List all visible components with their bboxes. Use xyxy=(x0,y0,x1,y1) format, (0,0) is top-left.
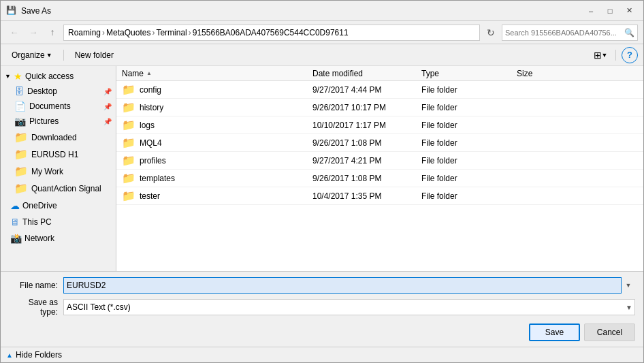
bottom-area: File name: ▼ Save as type: ASCII Text (*… xyxy=(1,271,643,347)
sidebar-item-downloaded[interactable]: 📁 Downloaded xyxy=(1,129,116,146)
saveastype-label: Save as type: xyxy=(9,298,63,317)
forward-button: → xyxy=(25,25,42,41)
sidebar-item-documents-label: Documents xyxy=(29,101,71,111)
organize-button[interactable]: Organize ▼ xyxy=(6,47,58,63)
pictures-icon: 📷 xyxy=(14,116,26,127)
new-folder-button[interactable]: New folder xyxy=(69,47,119,63)
pin-icon-pictures: 📌 xyxy=(103,118,112,125)
quick-access-collapse-icon: ▼ xyxy=(5,73,11,80)
downloaded-icon: 📁 xyxy=(14,131,28,144)
help-button[interactable]: ? xyxy=(622,47,638,63)
network-section: 📸 Network xyxy=(1,231,116,246)
file-size-cell xyxy=(511,159,566,162)
quick-access-label: Quick access xyxy=(25,72,74,81)
file-size-cell xyxy=(511,89,566,91)
file-size-cell xyxy=(511,142,566,144)
breadcrumb-folder: 915566BA06ADA407569C544CC0D97611 xyxy=(193,28,349,37)
saveastype-row: Save as type: ASCII Text (*.csv) CSV (*.… xyxy=(9,298,635,317)
column-header-size[interactable]: Size xyxy=(511,67,566,80)
title-bar: 💾 Save As – □ ✕ xyxy=(1,1,643,21)
saveastype-select[interactable]: ASCII Text (*.csv) CSV (*.csv) Text File… xyxy=(63,299,635,315)
file-size-cell xyxy=(511,177,566,180)
sidebar-item-pictures[interactable]: 📷 Pictures 📌 xyxy=(1,114,116,129)
quantaction-icon: 📁 xyxy=(14,182,28,195)
search-box[interactable]: 🔍 xyxy=(502,25,638,41)
thispc-header[interactable]: 🖥 This PC xyxy=(1,215,116,230)
quick-access-section: ▼ ★ Quick access 🗄 Desktop 📌 📄 Documents… xyxy=(1,69,116,197)
network-label: Network xyxy=(25,234,54,243)
new-folder-label: New folder xyxy=(75,50,114,60)
file-type-cell: File folder xyxy=(416,172,511,185)
sidebar-item-mywork[interactable]: 📁 My Work xyxy=(1,163,116,180)
file-type-cell: File folder xyxy=(416,101,511,114)
file-type-cell: File folder xyxy=(416,119,511,131)
file-name-cell: 📁 logs xyxy=(116,117,307,133)
file-date-cell: 10/10/2017 1:17 PM xyxy=(307,119,416,131)
filename-dropdown-arrow: ▼ xyxy=(622,282,635,289)
close-button[interactable]: ✕ xyxy=(620,4,638,18)
view-icon: ⊞ xyxy=(594,50,602,61)
thispc-label: This PC xyxy=(22,217,52,227)
table-row[interactable]: 📁 tester 10/4/2017 1:35 PM File folder xyxy=(116,187,643,205)
breadcrumb[interactable]: Roaming › MetaQuotes › Terminal › 915566… xyxy=(63,25,480,41)
onedrive-section: ☁ OneDrive xyxy=(1,198,116,213)
table-row[interactable]: 📁 MQL4 9/26/2017 1:08 PM File folder xyxy=(116,134,643,152)
network-header[interactable]: 📸 Network xyxy=(1,231,116,246)
hide-folders-row[interactable]: ▲ Hide Folders xyxy=(1,347,643,362)
file-name-cell: 📁 profiles xyxy=(116,153,307,168)
table-row[interactable]: 📁 config 9/27/2017 4:44 PM File folder xyxy=(116,81,643,99)
sidebar-item-desktop[interactable]: 🗄 Desktop 📌 xyxy=(1,84,116,99)
up-button[interactable]: ↑ xyxy=(44,25,61,41)
main-content: ▼ ★ Quick access 🗄 Desktop 📌 📄 Documents… xyxy=(1,66,643,271)
file-date-cell: 9/26/2017 10:17 PM xyxy=(307,101,416,114)
cancel-button[interactable]: Cancel xyxy=(584,323,635,341)
sidebar-item-documents[interactable]: 📄 Documents 📌 xyxy=(1,99,116,114)
folder-icon: 📁 xyxy=(122,154,135,167)
save-button[interactable]: Save xyxy=(529,323,580,341)
file-list: Name ▲ Date modified Type Size 📁 config xyxy=(116,66,643,271)
maximize-button[interactable]: □ xyxy=(601,4,619,18)
search-input[interactable] xyxy=(505,29,624,37)
onedrive-header[interactable]: ☁ OneDrive xyxy=(1,198,116,213)
sidebar-item-quantaction[interactable]: 📁 QuantAction Signal xyxy=(1,180,116,197)
minimize-button[interactable]: – xyxy=(582,4,600,18)
folder-icon: 📁 xyxy=(122,119,135,131)
folder-icon: 📁 xyxy=(122,136,135,149)
refresh-button[interactable]: ↻ xyxy=(483,25,499,41)
column-header-type[interactable]: Type xyxy=(416,67,511,80)
file-name-cell: 📁 templates xyxy=(116,170,307,186)
view-button[interactable]: ⊞ ▼ xyxy=(591,47,610,63)
dialog-icon: 💾 xyxy=(6,5,17,16)
column-header-date[interactable]: Date modified xyxy=(307,67,416,80)
folder-icon: 📁 xyxy=(122,189,135,202)
filename-label: File name: xyxy=(9,281,63,290)
pin-icon-desktop: 📌 xyxy=(103,88,112,95)
table-row[interactable]: 📁 profiles 9/27/2017 4:21 PM File folder xyxy=(116,152,643,170)
action-buttons: Save Cancel xyxy=(9,321,635,341)
sidebar-item-quantaction-label: QuantAction Signal xyxy=(31,184,101,193)
thispc-icon: 🖥 xyxy=(10,217,20,227)
organize-label: Organize xyxy=(12,50,45,60)
sidebar: ▼ ★ Quick access 🗄 Desktop 📌 📄 Documents… xyxy=(1,66,116,271)
file-list-header: Name ▲ Date modified Type Size xyxy=(116,66,643,81)
table-row[interactable]: 📁 templates 9/26/2017 1:08 PM File folde… xyxy=(116,170,643,187)
filename-input[interactable] xyxy=(63,277,622,294)
nav-bar: ← → ↑ Roaming › MetaQuotes › Terminal › … xyxy=(1,21,643,44)
sidebar-item-eurusdh1[interactable]: 📁 EURUSD H1 xyxy=(1,146,116,163)
table-row[interactable]: 📁 logs 10/10/2017 1:17 PM File folder xyxy=(116,116,643,134)
pin-icon-documents: 📌 xyxy=(103,103,112,110)
file-size-cell xyxy=(511,195,566,198)
file-type-cell: File folder xyxy=(416,137,511,149)
quick-access-header[interactable]: ▼ ★ Quick access xyxy=(1,69,116,84)
file-date-cell: 9/27/2017 4:21 PM xyxy=(307,155,416,167)
file-name-cell: 📁 tester xyxy=(116,188,307,204)
column-header-name[interactable]: Name ▲ xyxy=(116,67,307,80)
file-name-cell: 📁 history xyxy=(116,99,307,115)
file-size-cell xyxy=(511,106,566,109)
eurusdh1-icon: 📁 xyxy=(14,148,28,161)
table-row[interactable]: 📁 history 9/26/2017 10:17 PM File folder xyxy=(116,99,643,116)
folder-icon: 📁 xyxy=(122,101,135,114)
toolbar-separator2 xyxy=(615,50,616,61)
sidebar-item-desktop-label: Desktop xyxy=(27,86,57,96)
sidebar-item-eurusdh1-label: EURUSD H1 xyxy=(31,150,78,159)
